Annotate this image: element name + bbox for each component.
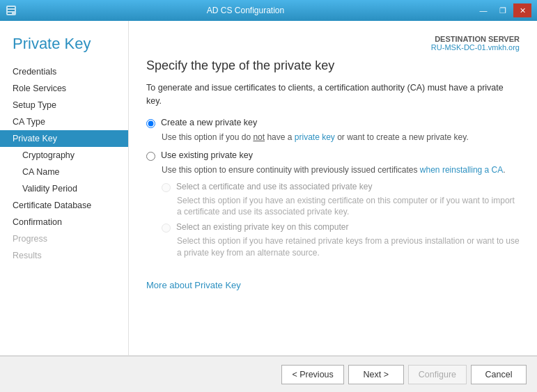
close-button[interactable]: ✕ — [513, 3, 531, 17]
sidebar-item-confirmation[interactable]: Confirmation — [0, 214, 128, 230]
sidebar-item-progress: Progress — [0, 230, 128, 247]
more-about-private-key-link[interactable]: More about Private Key — [146, 280, 241, 290]
radio-cert-key-row: Select a certificate and use its associa… — [162, 182, 520, 192]
cancel-button[interactable]: Cancel — [471, 365, 527, 384]
minimize-button[interactable]: — — [474, 3, 492, 17]
svg-rect-1 — [8, 7, 15, 8]
more-link-container: More about Private Key — [146, 280, 520, 290]
configure-button[interactable]: Configure — [408, 365, 467, 384]
window-title: AD CS Configuration — [17, 6, 474, 15]
option-use-existing: Use existing private key Use this option… — [146, 150, 520, 259]
destination-label: DESTINATION SERVER — [146, 35, 520, 43]
app-icon — [6, 5, 17, 16]
content-area: Private Key Credentials Role Services Se… — [0, 21, 537, 355]
previous-button[interactable]: < Previous — [281, 365, 343, 384]
page-title: Specify the type of the private key — [146, 58, 520, 73]
sub-option-existing-key: Select an existing private key on this c… — [162, 222, 520, 259]
create-new-desc: Use this option if you do not have a pri… — [162, 131, 520, 143]
server-name: RU-MSK-DC-01.vmkh.org — [146, 43, 520, 52]
radio-existing-key-row: Select an existing private key on this c… — [162, 222, 520, 233]
sidebar-item-setup-type[interactable]: Setup Type — [0, 97, 128, 113]
svg-rect-3 — [8, 13, 12, 14]
sidebar-item-ca-type[interactable]: CA Type — [0, 113, 128, 130]
sidebar-item-validity-period[interactable]: Validity Period — [0, 180, 128, 197]
sub-options: Select a certificate and use its associa… — [162, 182, 520, 259]
existing-key-label: Select an existing private key on this c… — [176, 222, 348, 232]
reinstalling-link[interactable]: when reinstalling a CA — [420, 165, 503, 175]
restore-button[interactable]: ❐ — [494, 3, 512, 17]
sidebar-item-certificate-database[interactable]: Certificate Database — [0, 197, 128, 214]
sidebar-item-credentials[interactable]: Credentials — [0, 63, 128, 80]
radio-create-new[interactable] — [146, 119, 155, 128]
right-content: DESTINATION SERVER RU-MSK-DC-01.vmkh.org… — [129, 21, 537, 355]
footer: < Previous Next > Configure Cancel — [0, 356, 537, 392]
sidebar-item-results: Results — [0, 247, 128, 264]
destination-server: DESTINATION SERVER RU-MSK-DC-01.vmkh.org — [146, 35, 520, 52]
existing-key-desc: Select this option if you have retained … — [177, 235, 520, 259]
svg-rect-2 — [8, 10, 15, 11]
nav-list: Credentials Role Services Setup Type CA … — [0, 63, 128, 264]
radio-create-new-row: Create a new private key — [146, 118, 520, 128]
sidebar-item-role-services[interactable]: Role Services — [0, 80, 128, 97]
page-description: To generate and issue certificates to cl… — [146, 81, 520, 108]
titlebar: AD CS Configuration — ❐ ✕ — [0, 0, 537, 21]
sidebar-item-ca-name[interactable]: CA Name — [0, 164, 128, 180]
use-existing-label[interactable]: Use existing private key — [161, 150, 253, 160]
radio-use-existing[interactable] — [146, 152, 155, 161]
sidebar-item-cryptography[interactable]: Cryptography — [0, 147, 128, 164]
next-button[interactable]: Next > — [348, 365, 404, 384]
option-create-new: Create a new private key Use this option… — [146, 118, 520, 143]
window-controls: — ❐ ✕ — [474, 3, 531, 17]
private-key-link1[interactable]: private key — [295, 132, 335, 142]
sidebar: Private Key Credentials Role Services Se… — [0, 21, 129, 355]
create-new-label[interactable]: Create a new private key — [161, 118, 257, 127]
main-container: Private Key Credentials Role Services Se… — [0, 21, 537, 392]
sidebar-heading: Private Key — [0, 28, 128, 63]
use-existing-desc: Use this option to ensure continuity wit… — [162, 164, 520, 176]
radio-cert-key — [162, 183, 171, 192]
cert-key-desc: Select this option if you have an existi… — [177, 195, 520, 219]
radio-existing-key — [162, 224, 171, 233]
radio-use-existing-row: Use existing private key — [146, 150, 520, 161]
sub-option-cert-key: Select a certificate and use its associa… — [162, 182, 520, 219]
cert-key-label: Select a certificate and use its associa… — [176, 182, 372, 191]
sidebar-item-private-key[interactable]: Private Key — [0, 130, 128, 147]
